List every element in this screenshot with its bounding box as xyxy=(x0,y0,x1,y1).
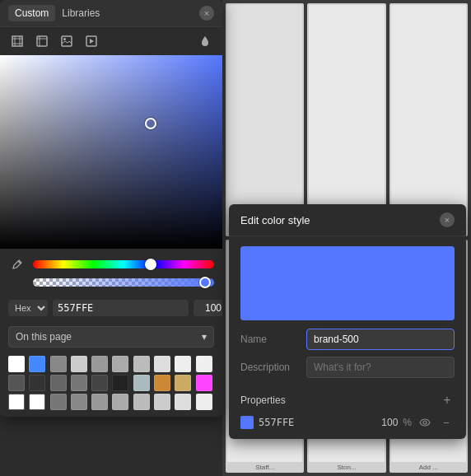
swatch-item[interactable] xyxy=(29,394,45,410)
hue-slider-row xyxy=(8,255,214,273)
alpha-slider-row xyxy=(8,278,214,287)
name-label: Name xyxy=(240,334,306,345)
swatch-item[interactable] xyxy=(175,356,191,372)
swatch-item[interactable] xyxy=(91,394,108,410)
swatch-item[interactable] xyxy=(71,394,87,410)
swatch-item[interactable] xyxy=(8,394,25,410)
remove-property-button[interactable]: − xyxy=(438,414,455,431)
color-picker-panel: Custom Libraries × xyxy=(0,0,222,417)
chevron-down-icon: ▾ xyxy=(202,331,207,343)
eyedropper-button[interactable] xyxy=(8,255,26,273)
swatch-item[interactable] xyxy=(196,394,212,410)
frame-icon-btn[interactable] xyxy=(8,32,26,50)
swatch-item[interactable] xyxy=(154,375,170,391)
swatch-item[interactable] xyxy=(112,394,128,410)
swatch-item[interactable] xyxy=(91,356,108,372)
image-icon-btn[interactable] xyxy=(58,32,76,50)
thumbnail-item[interactable]: Add ... xyxy=(226,3,304,236)
svg-point-12 xyxy=(423,421,427,424)
description-row: Description xyxy=(240,357,455,378)
swatch-item[interactable] xyxy=(133,375,150,391)
visibility-toggle-button[interactable] xyxy=(417,414,433,431)
swatch-item[interactable] xyxy=(29,375,45,391)
color-preview-box[interactable] xyxy=(240,246,455,320)
swatch-item[interactable] xyxy=(175,394,191,410)
swatch-item[interactable] xyxy=(112,375,128,391)
picker-handle[interactable] xyxy=(145,118,156,129)
thumbnail-item[interactable]: Cata... xyxy=(307,3,385,236)
swatch-item[interactable] xyxy=(8,375,25,391)
hue-slider[interactable] xyxy=(33,260,214,268)
properties-header: Properties + xyxy=(240,393,455,408)
add-property-button[interactable]: + xyxy=(440,393,455,408)
svg-point-9 xyxy=(63,38,66,40)
property-hex-value: 557FFE xyxy=(259,417,376,428)
swatch-item[interactable] xyxy=(133,394,150,410)
swatch-item[interactable] xyxy=(154,394,170,410)
swatch-item[interactable] xyxy=(196,356,212,372)
swatch-item[interactable] xyxy=(8,356,25,372)
alpha-slider[interactable] xyxy=(33,278,214,287)
swatch-item[interactable] xyxy=(29,356,45,372)
hex-input[interactable] xyxy=(53,300,189,316)
properties-section: Properties + 557FFE 100 % − xyxy=(229,393,466,439)
swatch-item[interactable] xyxy=(71,375,87,391)
description-label: Description xyxy=(240,362,306,373)
component-icon-btn[interactable] xyxy=(33,32,51,50)
water-drop-icon-btn[interactable] xyxy=(196,32,214,50)
sliders-section xyxy=(0,249,222,296)
opacity-input[interactable] xyxy=(194,300,222,316)
tab-custom[interactable]: Custom xyxy=(8,5,55,21)
panel-header: Custom Libraries × xyxy=(0,0,222,27)
panel-close-button[interactable]: × xyxy=(199,6,214,21)
gradient-black-layer xyxy=(0,55,222,249)
alpha-slider-thumb[interactable] xyxy=(199,277,211,288)
swatch-item[interactable] xyxy=(50,356,67,372)
description-input[interactable] xyxy=(306,357,455,378)
properties-title: Properties xyxy=(240,394,440,406)
hue-slider-thumb[interactable] xyxy=(145,259,156,270)
property-row: 557FFE 100 % − xyxy=(240,414,455,431)
swatch-item[interactable] xyxy=(196,375,212,391)
tab-libraries[interactable]: Libraries xyxy=(55,5,106,21)
edit-style-header: Edit color style × xyxy=(229,204,466,236)
page-section: On this page ▾ xyxy=(0,323,222,352)
page-dropdown-label: On this page xyxy=(16,331,72,343)
swatch-item[interactable] xyxy=(91,375,108,391)
property-color-swatch[interactable] xyxy=(240,416,254,429)
hex-row: Hex % xyxy=(0,296,222,323)
page-dropdown[interactable]: On this page ▾ xyxy=(8,326,214,348)
name-row: Name xyxy=(240,329,455,350)
svg-rect-8 xyxy=(62,36,72,46)
swatch-item[interactable] xyxy=(71,356,87,372)
swatch-item[interactable] xyxy=(50,394,67,410)
icon-toolbar xyxy=(0,27,222,55)
property-pct-label: % xyxy=(403,417,412,428)
swatch-item[interactable] xyxy=(133,356,150,372)
svg-rect-5 xyxy=(37,36,47,46)
swatch-item[interactable] xyxy=(175,375,191,391)
swatch-item[interactable] xyxy=(50,375,67,391)
property-opacity-value: 100 xyxy=(381,417,398,428)
color-gradient-canvas[interactable] xyxy=(0,55,222,249)
swatch-item[interactable] xyxy=(154,356,170,372)
edit-style-close-button[interactable]: × xyxy=(440,212,455,227)
name-input[interactable] xyxy=(306,329,455,350)
svg-rect-0 xyxy=(12,36,22,46)
edit-color-style-panel: Edit color style × Name Description Prop… xyxy=(229,204,466,439)
edit-style-title: Edit color style xyxy=(240,214,440,226)
play-icon-btn[interactable] xyxy=(82,32,100,50)
swatch-item[interactable] xyxy=(112,356,128,372)
style-form: Name Description xyxy=(229,329,466,393)
thumbnail-item[interactable]: Cata... xyxy=(389,3,468,236)
color-format-select[interactable]: Hex xyxy=(8,300,48,316)
swatches-grid xyxy=(0,352,222,417)
